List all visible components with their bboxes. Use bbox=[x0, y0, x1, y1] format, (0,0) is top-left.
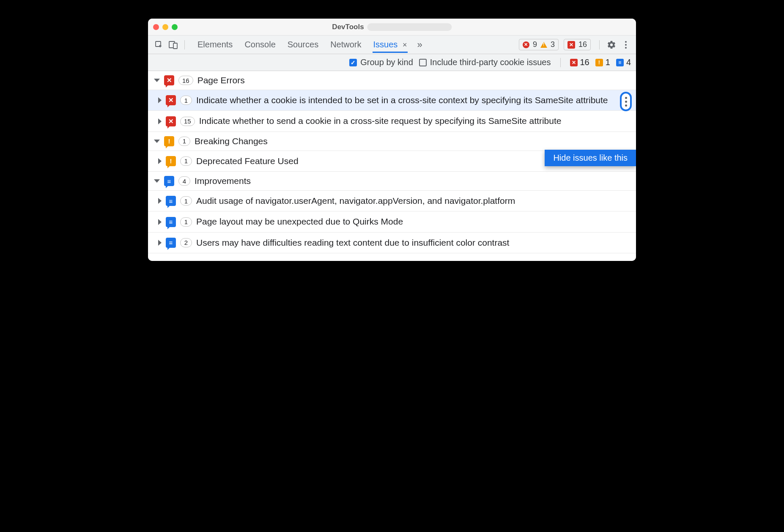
category-page-errors[interactable]: ✕ 16 Page Errors bbox=[148, 71, 636, 90]
gear-icon[interactable] bbox=[606, 39, 617, 51]
issue-text: Page layout may be unexpected due to Qui… bbox=[196, 216, 630, 228]
issue-row[interactable]: ≡ 1 Audit usage of navigator.userAgent, … bbox=[148, 191, 636, 211]
warning-count: 3 bbox=[551, 40, 555, 49]
hide-issues-menu-item[interactable]: Hide issues like this bbox=[545, 150, 636, 166]
chevron-right-icon bbox=[158, 97, 162, 103]
group-by-kind-label: Group by kind bbox=[360, 58, 413, 67]
info-issues-count: 4 bbox=[626, 58, 631, 67]
error-issues-count: 16 bbox=[580, 58, 589, 67]
issues-panel: ✕ 16 Page Errors ✕ 1 Indicate whether a … bbox=[148, 71, 636, 261]
more-tabs-icon[interactable]: » bbox=[417, 39, 422, 50]
panel-tabs: Elements Console Sources Network Issues … bbox=[197, 36, 408, 53]
warning-issues-counter[interactable]: ! 1 bbox=[595, 58, 610, 67]
category-count: 16 bbox=[178, 76, 193, 85]
hide-issues-label: Hide issues like this bbox=[553, 153, 628, 162]
traffic-lights bbox=[148, 24, 178, 30]
chevron-right-icon bbox=[158, 198, 162, 204]
tab-issues[interactable]: Issues × bbox=[373, 36, 408, 53]
checkbox-unchecked-icon bbox=[419, 59, 427, 66]
checkbox-checked-icon bbox=[349, 59, 357, 66]
titlebar: DevTools bbox=[148, 19, 636, 36]
error-bubble-icon: ✕ bbox=[164, 75, 174, 85]
minimize-window-button[interactable] bbox=[162, 24, 168, 30]
devtools-window: DevTools Elements Console Sources Networ… bbox=[148, 19, 636, 261]
separator bbox=[184, 40, 185, 49]
tab-network[interactable]: Network bbox=[329, 36, 362, 53]
chevron-right-icon bbox=[158, 219, 162, 225]
window-title: DevTools bbox=[332, 23, 452, 31]
info-badge-icon: ≡ bbox=[616, 59, 624, 66]
group-by-kind-checkbox[interactable]: Group by kind bbox=[349, 58, 413, 67]
issue-text: Audit usage of navigator.userAgent, navi… bbox=[196, 195, 630, 207]
issue-count: 1 bbox=[180, 96, 192, 105]
category-count: 4 bbox=[178, 176, 190, 186]
error-badge-icon: ✕ bbox=[567, 41, 575, 49]
svg-rect-2 bbox=[173, 43, 177, 49]
category-label: Page Errors bbox=[197, 75, 245, 85]
category-label: Improvements bbox=[195, 176, 251, 186]
issue-menu-button[interactable] bbox=[620, 92, 632, 111]
window-title-url-pill bbox=[367, 23, 452, 31]
tab-issues-label: Issues bbox=[373, 40, 398, 49]
issue-text: Users may have difficulties reading text… bbox=[196, 237, 630, 249]
issues-count: 16 bbox=[578, 40, 587, 49]
info-bubble-icon: ≡ bbox=[166, 217, 176, 227]
zoom-window-button[interactable] bbox=[172, 24, 178, 30]
issue-row[interactable]: ✕ 15 Indicate whether to send a cookie i… bbox=[148, 111, 636, 132]
include-third-party-label: Include third-party cookie issues bbox=[430, 58, 551, 67]
inspect-icon[interactable] bbox=[153, 39, 165, 51]
chevron-down-icon bbox=[154, 79, 160, 82]
error-bubble-icon: ✕ bbox=[166, 95, 176, 105]
close-icon[interactable]: × bbox=[403, 41, 407, 49]
issue-count: 2 bbox=[180, 238, 192, 247]
include-third-party-checkbox[interactable]: Include third-party cookie issues bbox=[419, 58, 551, 67]
separator bbox=[560, 58, 561, 67]
issue-text: Indicate whether to send a cookie in a c… bbox=[199, 115, 630, 127]
issue-count: 15 bbox=[180, 117, 195, 126]
info-bubble-icon: ≡ bbox=[166, 238, 176, 248]
error-bubble-icon: ✕ bbox=[166, 116, 176, 126]
chevron-right-icon bbox=[158, 118, 162, 124]
category-label: Breaking Changes bbox=[195, 136, 268, 146]
close-window-button[interactable] bbox=[153, 24, 159, 30]
chevron-down-icon bbox=[154, 179, 160, 183]
window-title-text: DevTools bbox=[332, 23, 364, 31]
info-bubble-icon: ≡ bbox=[166, 196, 176, 206]
chevron-right-icon bbox=[158, 158, 162, 164]
issue-row[interactable]: ✕ 1 Indicate whether a cookie is intende… bbox=[148, 90, 636, 111]
separator bbox=[599, 40, 600, 49]
warning-issues-count: 1 bbox=[606, 58, 610, 67]
warning-icon bbox=[540, 42, 547, 48]
category-improvements[interactable]: ≡ 4 Improvements bbox=[148, 172, 636, 191]
issue-count: 1 bbox=[180, 217, 192, 227]
chevron-down-icon bbox=[154, 140, 160, 143]
error-issues-counter[interactable]: ✕ 16 bbox=[570, 58, 589, 67]
issue-row[interactable]: ≡ 2 Users may have difficulties reading … bbox=[148, 233, 636, 253]
error-count: 9 bbox=[533, 40, 537, 49]
category-breaking-changes[interactable]: ! 1 Breaking Changes bbox=[148, 132, 636, 151]
error-badge-icon: ✕ bbox=[570, 59, 578, 66]
warning-badge-icon: ! bbox=[595, 59, 603, 66]
error-icon: ✕ bbox=[523, 41, 529, 48]
tab-elements[interactable]: Elements bbox=[197, 36, 233, 53]
device-toolbar-icon[interactable] bbox=[167, 39, 179, 51]
warning-bubble-icon: ! bbox=[166, 156, 176, 166]
warning-bubble-icon: ! bbox=[164, 136, 174, 146]
issues-toolbar: Group by kind Include third-party cookie… bbox=[148, 54, 636, 71]
info-bubble-icon: ≡ bbox=[164, 176, 174, 186]
main-toolbar: Elements Console Sources Network Issues … bbox=[148, 36, 636, 54]
issues-counter[interactable]: ✕ 16 bbox=[564, 39, 591, 50]
category-count: 1 bbox=[178, 137, 190, 146]
tab-console[interactable]: Console bbox=[244, 36, 276, 53]
issue-count: 1 bbox=[180, 196, 192, 206]
tab-sources[interactable]: Sources bbox=[287, 36, 319, 53]
console-status-counter[interactable]: ✕ 9 3 bbox=[519, 39, 559, 50]
issue-row[interactable]: ≡ 1 Page layout may be unexpected due to… bbox=[148, 211, 636, 232]
kebab-icon[interactable] bbox=[620, 39, 632, 51]
issue-count: 1 bbox=[180, 156, 192, 166]
info-issues-counter[interactable]: ≡ 4 bbox=[616, 58, 631, 67]
issue-text: Indicate whether a cookie is intended to… bbox=[196, 94, 630, 106]
chevron-right-icon bbox=[158, 240, 162, 246]
